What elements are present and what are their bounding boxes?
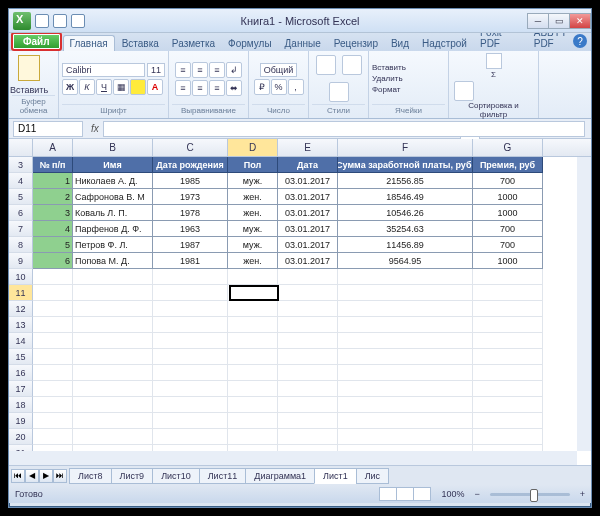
cell[interactable] xyxy=(338,413,473,429)
cell[interactable]: 21556.85 xyxy=(338,173,473,189)
row-header[interactable]: 6 xyxy=(9,205,33,221)
cell[interactable]: 1987 xyxy=(153,237,228,253)
cell[interactable] xyxy=(228,317,278,333)
font-size-select[interactable]: 11 xyxy=(147,63,165,77)
cell[interactable] xyxy=(228,349,278,365)
tab-review[interactable]: Рецензир xyxy=(328,36,384,51)
cell[interactable]: 1963 xyxy=(153,221,228,237)
zoom-slider[interactable] xyxy=(490,493,570,496)
cell[interactable] xyxy=(473,429,543,445)
cell[interactable] xyxy=(338,397,473,413)
cell[interactable] xyxy=(338,333,473,349)
cell[interactable]: 700 xyxy=(473,173,543,189)
cell[interactable] xyxy=(473,365,543,381)
row-header[interactable]: 19 xyxy=(9,413,33,429)
table-header[interactable]: Премия, руб xyxy=(473,157,543,173)
undo-icon[interactable] xyxy=(53,14,67,28)
cell[interactable] xyxy=(153,269,228,285)
sheet-tab[interactable]: Лис xyxy=(356,468,389,484)
tab-formulas[interactable]: Формулы xyxy=(222,36,278,51)
cell[interactable] xyxy=(153,397,228,413)
cell[interactable]: 10546.26 xyxy=(338,205,473,221)
cell[interactable] xyxy=(73,269,153,285)
cell[interactable]: жен. xyxy=(228,189,278,205)
cell[interactable] xyxy=(153,317,228,333)
cell[interactable] xyxy=(228,365,278,381)
row-header[interactable]: 5 xyxy=(9,189,33,205)
cell[interactable]: 1 xyxy=(33,173,73,189)
formula-bar[interactable] xyxy=(103,121,585,137)
cell[interactable] xyxy=(473,269,543,285)
tab-insert[interactable]: Вставка xyxy=(116,36,165,51)
cell[interactable] xyxy=(73,301,153,317)
cell[interactable]: Парфенов Д. Ф. xyxy=(73,221,153,237)
cell[interactable] xyxy=(473,397,543,413)
cell[interactable]: Попова М. Д. xyxy=(73,253,153,269)
row-header[interactable]: 7 xyxy=(9,221,33,237)
cell[interactable] xyxy=(278,269,338,285)
cell[interactable] xyxy=(228,285,278,301)
cell[interactable] xyxy=(278,397,338,413)
cell[interactable]: Николаев А. Д. xyxy=(73,173,153,189)
cell[interactable] xyxy=(153,413,228,429)
row-header[interactable]: 16 xyxy=(9,365,33,381)
horizontal-scrollbar[interactable] xyxy=(9,451,577,465)
tab-view[interactable]: Вид xyxy=(385,36,415,51)
sheet-nav-prev[interactable]: ◀ xyxy=(25,469,39,483)
cell[interactable]: 9564.95 xyxy=(338,253,473,269)
cell[interactable] xyxy=(33,365,73,381)
paste-button[interactable]: Вставить xyxy=(12,53,46,95)
align-top-button[interactable]: ≡ xyxy=(175,62,191,78)
col-header[interactable]: B xyxy=(73,139,153,156)
table-header[interactable]: Сумма заработной платы, руб. xyxy=(338,157,473,173)
tab-data[interactable]: Данные xyxy=(279,36,327,51)
table-header[interactable]: Имя xyxy=(73,157,153,173)
fill-color-button[interactable] xyxy=(130,79,146,95)
cell[interactable] xyxy=(153,285,228,301)
cond-format-button[interactable] xyxy=(316,55,336,75)
sort-filter-button[interactable]: Сортировка и фильтр xyxy=(454,81,533,119)
cell[interactable]: Сафронова В. М xyxy=(73,189,153,205)
row-header[interactable]: 8 xyxy=(9,237,33,253)
file-tab[interactable]: Файл xyxy=(11,32,62,51)
cell[interactable] xyxy=(33,397,73,413)
cell[interactable]: 1000 xyxy=(473,205,543,221)
cell[interactable]: жен. xyxy=(228,253,278,269)
cell[interactable] xyxy=(278,285,338,301)
cell[interactable]: муж. xyxy=(228,237,278,253)
cell[interactable] xyxy=(228,413,278,429)
align-left-button[interactable]: ≡ xyxy=(175,80,191,96)
worksheet-grid[interactable]: A B C D E F G 3№ п/пИмяДата рожденияПолД… xyxy=(9,139,591,465)
cell[interactable] xyxy=(473,301,543,317)
align-center-button[interactable]: ≡ xyxy=(192,80,208,96)
font-color-button[interactable]: A xyxy=(147,79,163,95)
cell[interactable] xyxy=(338,349,473,365)
sheet-nav-last[interactable]: ⏭ xyxy=(53,469,67,483)
cell[interactable]: муж. xyxy=(228,221,278,237)
view-normal-button[interactable] xyxy=(379,487,397,501)
cell[interactable] xyxy=(278,333,338,349)
sheet-tab[interactable]: Лист8 xyxy=(69,468,112,484)
cell[interactable] xyxy=(153,349,228,365)
cell[interactable] xyxy=(228,333,278,349)
sheet-tab[interactable]: Лист11 xyxy=(199,468,247,484)
cell[interactable] xyxy=(73,397,153,413)
cell[interactable] xyxy=(278,301,338,317)
cell[interactable] xyxy=(278,365,338,381)
cell[interactable]: 3 xyxy=(33,205,73,221)
zoom-out-button[interactable]: − xyxy=(474,489,479,499)
cell[interactable] xyxy=(338,285,473,301)
cell[interactable]: 18546.49 xyxy=(338,189,473,205)
cell[interactable] xyxy=(33,317,73,333)
cell[interactable] xyxy=(153,381,228,397)
underline-button[interactable]: Ч xyxy=(96,79,112,95)
row-header[interactable]: 12 xyxy=(9,301,33,317)
table-header[interactable]: Дата рождения xyxy=(153,157,228,173)
cell[interactable]: 03.01.2017 xyxy=(278,189,338,205)
cell[interactable]: Коваль Л. П. xyxy=(73,205,153,221)
cell[interactable] xyxy=(473,413,543,429)
cell[interactable] xyxy=(33,381,73,397)
insert-cells-button[interactable]: Вставить xyxy=(372,63,406,72)
cell[interactable] xyxy=(228,381,278,397)
cell[interactable] xyxy=(73,429,153,445)
